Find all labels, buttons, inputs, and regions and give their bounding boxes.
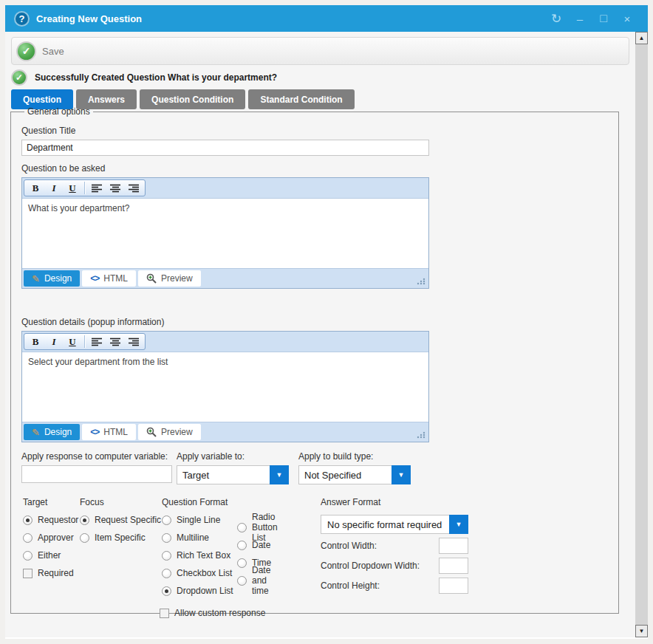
radio-icon: [237, 541, 247, 550]
design-tab[interactable]: ✎ Design: [24, 270, 80, 287]
underline-icon: U: [69, 182, 75, 194]
success-check-icon: ✓: [11, 69, 27, 86]
radio-approver[interactable]: Approver: [23, 531, 78, 544]
preview-tab[interactable]: Preview: [138, 424, 201, 440]
radio-either-label: Either: [38, 550, 61, 561]
apply-variable-to-value: Target: [177, 465, 270, 484]
align-right-button[interactable]: [125, 335, 143, 349]
editor-mode-tabs: ✎ Design <> HTML Preview: [22, 422, 428, 442]
resize-grip[interactable]: [417, 278, 425, 285]
maximize-icon[interactable]: □: [592, 9, 615, 28]
radio-icon: [162, 569, 171, 578]
code-icon: <>: [90, 273, 99, 284]
radio-item-specific-label: Item Specific: [95, 532, 146, 543]
italic-button[interactable]: I: [45, 181, 63, 195]
radio-item-specific[interactable]: Item Specific: [80, 531, 161, 544]
html-tab[interactable]: <> HTML: [82, 270, 136, 287]
creating-new-question-dialog: ? Creating New Question ↻ – □ × ✓ Save: [5, 5, 648, 639]
control-dropdown-width-input[interactable]: [439, 558, 468, 574]
align-left-button[interactable]: [88, 181, 106, 195]
control-width-input[interactable]: [439, 538, 468, 554]
control-width-row: Control Width:: [321, 538, 468, 554]
scrollbar-down-icon[interactable]: ▼: [635, 625, 648, 637]
checkbox-required[interactable]: Required: [23, 566, 78, 580]
control-dropdown-width-label: Control Dropdown Width:: [321, 561, 420, 571]
question-title-input[interactable]: [21, 140, 429, 156]
radio-request-specific-label: Request Specific: [95, 515, 161, 525]
dropdown-arrow-icon[interactable]: ▼: [449, 515, 468, 534]
align-right-button[interactable]: [125, 181, 143, 195]
apply-variable-to-select[interactable]: Target ▼: [177, 465, 289, 484]
align-right-icon: [129, 338, 140, 346]
apply-variable-to-label: Apply variable to:: [177, 451, 289, 462]
magnifier-icon: [146, 427, 157, 437]
question-asked-label: Question to be asked: [21, 163, 618, 174]
control-height-input[interactable]: [439, 578, 468, 594]
apply-response-input[interactable]: [21, 465, 172, 483]
pencil-icon: ✎: [32, 273, 40, 284]
radio-icon: [162, 586, 171, 596]
radio-icon: [162, 515, 171, 525]
question-details-label: Question details (popup information): [21, 317, 618, 327]
minimize-icon[interactable]: –: [568, 9, 592, 28]
radio-radio-button-list[interactable]: Radio Button List: [237, 521, 278, 534]
underline-button[interactable]: U: [64, 181, 81, 195]
radio-icon: [162, 533, 171, 543]
vertical-scrollbar[interactable]: ▲ ▼: [635, 32, 648, 637]
preview-tab[interactable]: Preview: [138, 270, 201, 287]
underline-button[interactable]: U: [64, 335, 81, 349]
html-tab[interactable]: <> HTML: [82, 424, 136, 440]
align-center-button[interactable]: [106, 335, 124, 349]
radio-requestor[interactable]: Requestor: [23, 513, 78, 527]
design-tab-label: Design: [44, 427, 72, 437]
align-center-icon: [110, 338, 121, 346]
question-details-editor: B I U: [21, 331, 429, 442]
editor-toolbar: B I U: [22, 332, 428, 352]
titlebar: ? Creating New Question ↻ – □ ×: [5, 5, 648, 32]
italic-icon: I: [52, 182, 55, 194]
radio-rich-text-box-label: Rich Text Box: [177, 550, 230, 561]
bold-button[interactable]: B: [27, 181, 44, 195]
refresh-icon[interactable]: ↻: [544, 9, 568, 28]
control-height-label: Control Height:: [321, 580, 380, 591]
radio-date-label: Date: [252, 540, 270, 550]
align-center-icon: [110, 184, 121, 193]
bold-icon: B: [33, 182, 39, 194]
answer-format-select[interactable]: No specific format required ▼: [321, 515, 468, 534]
scrollbar-up-icon[interactable]: ▲: [635, 32, 648, 44]
radio-request-specific[interactable]: Request Specific: [80, 513, 161, 527]
apply-row: Apply response to computer variable: App…: [21, 451, 618, 490]
screen: ? Creating New Question ↻ – □ × ✓ Save: [0, 0, 653, 644]
help-icon[interactable]: ?: [14, 11, 30, 27]
align-left-icon: [92, 338, 103, 346]
question-asked-editor-content[interactable]: What is your department?: [22, 198, 428, 269]
target-label: Target: [23, 497, 78, 509]
dropdown-arrow-icon[interactable]: ▼: [270, 465, 289, 484]
design-tab-label: Design: [44, 273, 72, 284]
radio-icon: [237, 558, 247, 568]
resize-grip[interactable]: [417, 431, 425, 439]
status-row: ✓ Successfully Created Question What is …: [11, 69, 629, 86]
bold-button[interactable]: B: [27, 335, 44, 349]
italic-button[interactable]: I: [45, 335, 63, 349]
radio-date-and-time[interactable]: Date and time: [237, 574, 278, 587]
question-details-editor-content[interactable]: Select your department from the list: [22, 352, 428, 422]
align-center-button[interactable]: [106, 181, 124, 195]
general-options-legend: General options: [24, 106, 93, 117]
design-tab[interactable]: ✎ Design: [24, 424, 80, 440]
format-toolgroup: B I U: [24, 333, 146, 350]
apply-build-type-select[interactable]: Not Specified ▼: [298, 465, 411, 484]
save-button[interactable]: ✓ Save: [16, 41, 64, 61]
focus-label: Focus: [80, 497, 161, 509]
align-left-button[interactable]: [88, 335, 106, 349]
dropdown-arrow-icon[interactable]: ▼: [392, 465, 411, 484]
close-icon[interactable]: ×: [615, 9, 639, 28]
options-section: Target Requestor Approver: [21, 497, 618, 621]
question-asked-editor: B I U: [21, 177, 429, 289]
radio-icon: [80, 533, 89, 543]
radio-either[interactable]: Either: [23, 549, 78, 562]
radio-icon: [23, 533, 33, 543]
save-toolbar: ✓ Save: [11, 37, 629, 65]
checkbox-allow-custom-response[interactable]: Allow custom response: [160, 606, 265, 620]
control-width-label: Control Width:: [321, 541, 377, 551]
